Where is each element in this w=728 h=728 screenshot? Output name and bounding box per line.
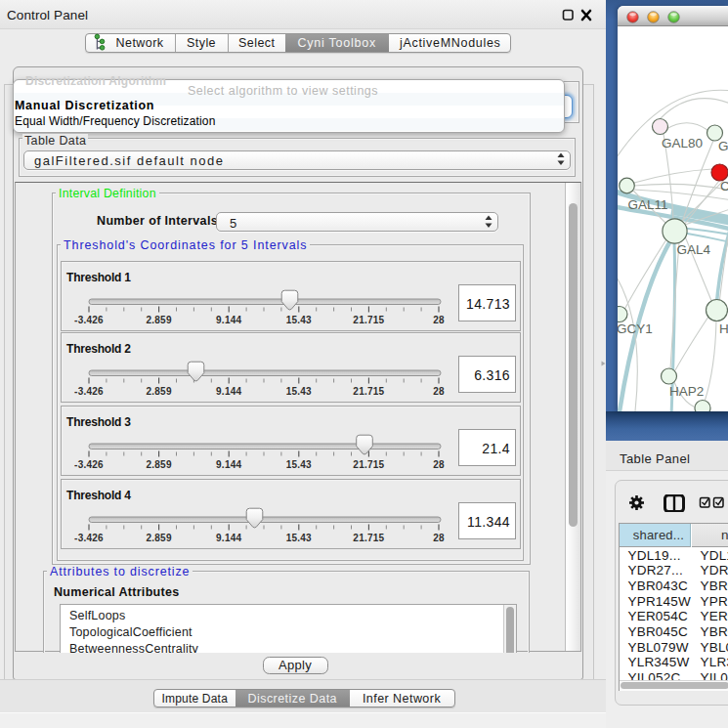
svg-text:28: 28 <box>433 533 445 543</box>
svg-text:2.859: 2.859 <box>146 533 171 543</box>
svg-text:H: H <box>719 321 728 336</box>
svg-text:9.144: 9.144 <box>216 386 241 397</box>
svg-text:GAL4: GAL4 <box>677 242 711 257</box>
svg-text:9.144: 9.144 <box>216 459 241 470</box>
svg-text:GAL11: GAL11 <box>628 197 668 212</box>
svg-text:-3.426: -3.426 <box>74 459 104 470</box>
svg-text:-3.426: -3.426 <box>74 315 104 325</box>
svg-text:GAL80: GAL80 <box>662 136 703 150</box>
svg-text:2.859: 2.859 <box>146 386 171 397</box>
svg-text:15.43: 15.43 <box>286 386 312 397</box>
svg-text:15.43: 15.43 <box>286 533 312 543</box>
svg-text:9.144: 9.144 <box>216 315 241 325</box>
svg-text:-3.426: -3.426 <box>74 386 104 397</box>
svg-text:21.715: 21.715 <box>353 459 384 470</box>
svg-text:GCY1: GCY1 <box>618 321 653 336</box>
svg-text:21.715: 21.715 <box>353 315 384 325</box>
svg-text:HAP2: HAP2 <box>669 384 704 399</box>
svg-text:2.859: 2.859 <box>146 315 171 325</box>
svg-text:28: 28 <box>433 459 445 470</box>
svg-text:21.715: 21.715 <box>353 386 384 397</box>
svg-text:2.859: 2.859 <box>146 459 171 470</box>
svg-text:28: 28 <box>433 386 445 397</box>
svg-text:G.: G. <box>718 139 728 153</box>
svg-text:15.43: 15.43 <box>286 315 312 325</box>
svg-text:9.144: 9.144 <box>216 533 241 543</box>
svg-text:C: C <box>720 179 728 193</box>
svg-text:-3.426: -3.426 <box>74 533 104 543</box>
svg-text:21.715: 21.715 <box>353 533 384 543</box>
svg-text:15.43: 15.43 <box>286 459 312 470</box>
svg-text:28: 28 <box>433 315 445 325</box>
